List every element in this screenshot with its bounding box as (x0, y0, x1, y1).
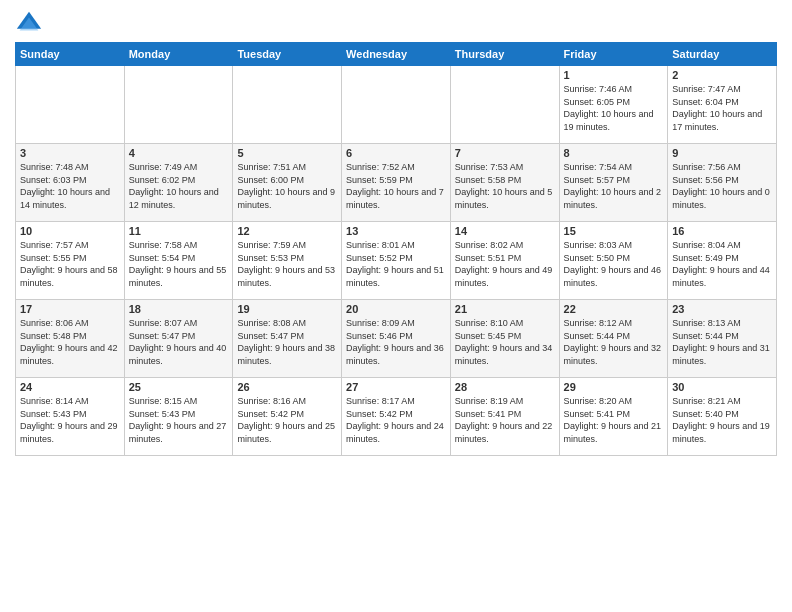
day-info: Sunrise: 8:15 AM Sunset: 5:43 PM Dayligh… (129, 395, 229, 445)
day-info: Sunrise: 8:06 AM Sunset: 5:48 PM Dayligh… (20, 317, 120, 367)
day-number: 19 (237, 303, 337, 315)
day-number: 7 (455, 147, 555, 159)
day-info: Sunrise: 8:14 AM Sunset: 5:43 PM Dayligh… (20, 395, 120, 445)
column-header-thursday: Thursday (450, 43, 559, 66)
day-cell: 11Sunrise: 7:58 AM Sunset: 5:54 PM Dayli… (124, 222, 233, 300)
day-cell: 24Sunrise: 8:14 AM Sunset: 5:43 PM Dayli… (16, 378, 125, 456)
week-row-4: 17Sunrise: 8:06 AM Sunset: 5:48 PM Dayli… (16, 300, 777, 378)
day-cell: 16Sunrise: 8:04 AM Sunset: 5:49 PM Dayli… (668, 222, 777, 300)
day-number: 15 (564, 225, 664, 237)
day-info: Sunrise: 8:12 AM Sunset: 5:44 PM Dayligh… (564, 317, 664, 367)
day-number: 20 (346, 303, 446, 315)
day-cell: 5Sunrise: 7:51 AM Sunset: 6:00 PM Daylig… (233, 144, 342, 222)
day-number: 30 (672, 381, 772, 393)
day-info: Sunrise: 8:20 AM Sunset: 5:41 PM Dayligh… (564, 395, 664, 445)
day-cell: 6Sunrise: 7:52 AM Sunset: 5:59 PM Daylig… (342, 144, 451, 222)
day-number: 23 (672, 303, 772, 315)
day-info: Sunrise: 8:19 AM Sunset: 5:41 PM Dayligh… (455, 395, 555, 445)
day-cell: 9Sunrise: 7:56 AM Sunset: 5:56 PM Daylig… (668, 144, 777, 222)
day-number: 5 (237, 147, 337, 159)
day-cell: 10Sunrise: 7:57 AM Sunset: 5:55 PM Dayli… (16, 222, 125, 300)
day-info: Sunrise: 8:17 AM Sunset: 5:42 PM Dayligh… (346, 395, 446, 445)
day-info: Sunrise: 7:57 AM Sunset: 5:55 PM Dayligh… (20, 239, 120, 289)
day-cell: 22Sunrise: 8:12 AM Sunset: 5:44 PM Dayli… (559, 300, 668, 378)
day-info: Sunrise: 8:02 AM Sunset: 5:51 PM Dayligh… (455, 239, 555, 289)
day-info: Sunrise: 8:10 AM Sunset: 5:45 PM Dayligh… (455, 317, 555, 367)
day-info: Sunrise: 8:01 AM Sunset: 5:52 PM Dayligh… (346, 239, 446, 289)
week-row-1: 1Sunrise: 7:46 AM Sunset: 6:05 PM Daylig… (16, 66, 777, 144)
day-cell (124, 66, 233, 144)
day-cell: 21Sunrise: 8:10 AM Sunset: 5:45 PM Dayli… (450, 300, 559, 378)
day-number: 22 (564, 303, 664, 315)
day-info: Sunrise: 7:56 AM Sunset: 5:56 PM Dayligh… (672, 161, 772, 211)
day-cell: 7Sunrise: 7:53 AM Sunset: 5:58 PM Daylig… (450, 144, 559, 222)
day-number: 16 (672, 225, 772, 237)
column-header-monday: Monday (124, 43, 233, 66)
day-cell: 2Sunrise: 7:47 AM Sunset: 6:04 PM Daylig… (668, 66, 777, 144)
day-number: 8 (564, 147, 664, 159)
page: SundayMondayTuesdayWednesdayThursdayFrid… (0, 0, 792, 466)
day-number: 2 (672, 69, 772, 81)
day-cell: 8Sunrise: 7:54 AM Sunset: 5:57 PM Daylig… (559, 144, 668, 222)
day-info: Sunrise: 7:53 AM Sunset: 5:58 PM Dayligh… (455, 161, 555, 211)
day-cell: 4Sunrise: 7:49 AM Sunset: 6:02 PM Daylig… (124, 144, 233, 222)
day-number: 4 (129, 147, 229, 159)
day-cell: 17Sunrise: 8:06 AM Sunset: 5:48 PM Dayli… (16, 300, 125, 378)
day-info: Sunrise: 8:03 AM Sunset: 5:50 PM Dayligh… (564, 239, 664, 289)
day-info: Sunrise: 8:07 AM Sunset: 5:47 PM Dayligh… (129, 317, 229, 367)
column-header-wednesday: Wednesday (342, 43, 451, 66)
header (15, 10, 777, 38)
day-number: 29 (564, 381, 664, 393)
day-number: 14 (455, 225, 555, 237)
day-cell: 27Sunrise: 8:17 AM Sunset: 5:42 PM Dayli… (342, 378, 451, 456)
day-number: 9 (672, 147, 772, 159)
calendar-header-row: SundayMondayTuesdayWednesdayThursdayFrid… (16, 43, 777, 66)
day-info: Sunrise: 8:13 AM Sunset: 5:44 PM Dayligh… (672, 317, 772, 367)
day-info: Sunrise: 8:08 AM Sunset: 5:47 PM Dayligh… (237, 317, 337, 367)
day-cell: 30Sunrise: 8:21 AM Sunset: 5:40 PM Dayli… (668, 378, 777, 456)
day-number: 25 (129, 381, 229, 393)
day-number: 27 (346, 381, 446, 393)
week-row-3: 10Sunrise: 7:57 AM Sunset: 5:55 PM Dayli… (16, 222, 777, 300)
day-info: Sunrise: 7:47 AM Sunset: 6:04 PM Dayligh… (672, 83, 772, 133)
day-number: 18 (129, 303, 229, 315)
day-number: 21 (455, 303, 555, 315)
day-number: 13 (346, 225, 446, 237)
column-header-sunday: Sunday (16, 43, 125, 66)
day-number: 24 (20, 381, 120, 393)
column-header-tuesday: Tuesday (233, 43, 342, 66)
day-cell: 23Sunrise: 8:13 AM Sunset: 5:44 PM Dayli… (668, 300, 777, 378)
day-cell: 18Sunrise: 8:07 AM Sunset: 5:47 PM Dayli… (124, 300, 233, 378)
day-info: Sunrise: 8:16 AM Sunset: 5:42 PM Dayligh… (237, 395, 337, 445)
day-info: Sunrise: 7:48 AM Sunset: 6:03 PM Dayligh… (20, 161, 120, 211)
day-cell (233, 66, 342, 144)
day-number: 12 (237, 225, 337, 237)
day-cell: 14Sunrise: 8:02 AM Sunset: 5:51 PM Dayli… (450, 222, 559, 300)
day-cell: 19Sunrise: 8:08 AM Sunset: 5:47 PM Dayli… (233, 300, 342, 378)
day-cell: 26Sunrise: 8:16 AM Sunset: 5:42 PM Dayli… (233, 378, 342, 456)
day-number: 11 (129, 225, 229, 237)
day-cell: 20Sunrise: 8:09 AM Sunset: 5:46 PM Dayli… (342, 300, 451, 378)
day-info: Sunrise: 7:54 AM Sunset: 5:57 PM Dayligh… (564, 161, 664, 211)
day-number: 1 (564, 69, 664, 81)
day-info: Sunrise: 7:59 AM Sunset: 5:53 PM Dayligh… (237, 239, 337, 289)
day-info: Sunrise: 8:04 AM Sunset: 5:49 PM Dayligh… (672, 239, 772, 289)
day-cell: 29Sunrise: 8:20 AM Sunset: 5:41 PM Dayli… (559, 378, 668, 456)
day-info: Sunrise: 7:52 AM Sunset: 5:59 PM Dayligh… (346, 161, 446, 211)
day-info: Sunrise: 7:46 AM Sunset: 6:05 PM Dayligh… (564, 83, 664, 133)
logo (15, 10, 47, 38)
day-cell: 28Sunrise: 8:19 AM Sunset: 5:41 PM Dayli… (450, 378, 559, 456)
day-info: Sunrise: 7:49 AM Sunset: 6:02 PM Dayligh… (129, 161, 229, 211)
day-cell: 1Sunrise: 7:46 AM Sunset: 6:05 PM Daylig… (559, 66, 668, 144)
day-number: 17 (20, 303, 120, 315)
day-number: 26 (237, 381, 337, 393)
day-info: Sunrise: 7:58 AM Sunset: 5:54 PM Dayligh… (129, 239, 229, 289)
column-header-friday: Friday (559, 43, 668, 66)
day-cell (342, 66, 451, 144)
week-row-2: 3Sunrise: 7:48 AM Sunset: 6:03 PM Daylig… (16, 144, 777, 222)
day-cell (16, 66, 125, 144)
day-cell: 25Sunrise: 8:15 AM Sunset: 5:43 PM Dayli… (124, 378, 233, 456)
day-info: Sunrise: 8:21 AM Sunset: 5:40 PM Dayligh… (672, 395, 772, 445)
day-number: 10 (20, 225, 120, 237)
day-number: 3 (20, 147, 120, 159)
